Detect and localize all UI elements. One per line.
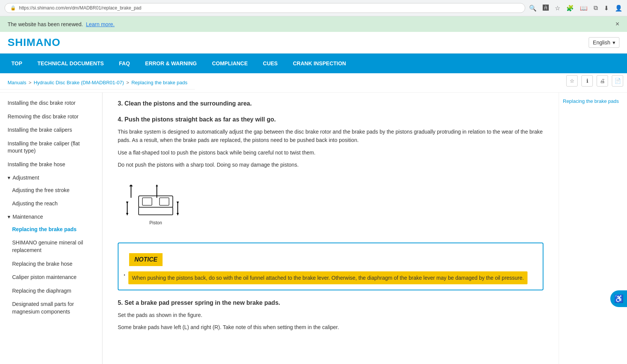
notice-content: • When pushing the pistons back, do so w… (118, 271, 543, 290)
sidebar: Installing the disc brake rotor Removing… (0, 93, 103, 364)
sidebar-item-install-rotor[interactable]: Installing the disc brake rotor (0, 96, 102, 110)
svg-rect-13 (139, 207, 173, 215)
step-5-content: Set the pads as shown in the figure. Som… (118, 311, 543, 332)
nav-item-faq[interactable]: FAQ (111, 54, 137, 73)
svg-rect-3 (142, 198, 152, 205)
step-3: 3. Clean the pistons and the surrounding… (118, 100, 543, 107)
sidebar-item-install-hose[interactable]: Installing the brake hose (0, 158, 102, 172)
step-5-header: 5. Set a brake pad presser spring in the… (118, 299, 543, 306)
breadcrumb-manuals[interactable]: Manuals (8, 80, 26, 85)
svg-marker-7 (126, 213, 128, 216)
sidebar-item-reach[interactable]: Adjusting the reach (0, 197, 102, 211)
learn-more-link[interactable]: Learn more. (86, 21, 114, 27)
accessibility-icon: ♿ (614, 294, 624, 303)
step-5: 5. Set a brake pad presser spring in the… (118, 299, 543, 332)
main-content: 3. Clean the pistons and the surrounding… (103, 93, 559, 364)
browser-chrome: 🔒 https://si.shimano.com/en/dm/MADBR01/r… (0, 0, 627, 16)
address-bar[interactable]: 🔒 https://si.shimano.com/en/dm/MADBR01/r… (5, 3, 525, 13)
chevron-down-icon: ▾ (613, 39, 615, 46)
sidebar-section-adjustment-label: Adjustment (13, 175, 39, 181)
pdf-icon[interactable]: 📄 (612, 75, 623, 87)
breadcrumb-current[interactable]: Replacing the brake pads (131, 80, 187, 85)
step-4-heading: Push the pistons straight back as far as… (125, 116, 276, 123)
right-panel-icons: ☆ ℹ 🖨 📄 (562, 73, 627, 88)
notification-close-button[interactable]: × (615, 20, 619, 28)
step-4-para-3: Do not push the pistons with a sharp too… (118, 161, 543, 169)
right-panel: Replacing the brake pads (559, 93, 627, 364)
breadcrumb-separator-2: > (126, 80, 129, 85)
lock-icon: 🔒 (10, 5, 16, 11)
step-5-number: 5. (118, 299, 123, 306)
piston-diagram: Piston (118, 177, 543, 235)
collapse-icon: ▾ (8, 175, 10, 181)
nav-item-compliance[interactable]: COMPLIANCE (204, 54, 255, 73)
nav-item-technical-documents[interactable]: TECHNICAL DOCUMENTS (30, 54, 112, 73)
svg-marker-11 (156, 184, 158, 186)
step-4-number: 4. (118, 116, 123, 123)
breadcrumb-hydraulic[interactable]: Hydraulic Disc Brake (DM-MADBR01-07) (34, 80, 124, 85)
notice-text: When pushing the pistons back, do so wit… (128, 271, 528, 284)
sidebar-section-adjustment[interactable]: ▾ Adjustment (0, 172, 102, 184)
svg-text:Piston: Piston (149, 220, 162, 225)
sidebar-item-install-calipers[interactable]: Installing the brake calipers (0, 123, 102, 137)
sidebar-section-maintenance[interactable]: ▾ Maintenance (0, 211, 102, 223)
step-3-header: 3. Clean the pistons and the surrounding… (118, 100, 543, 107)
reader-view-icon[interactable]: 📖 (580, 5, 588, 12)
step-3-text: Clean the pistons and the surrounding ar… (125, 100, 252, 107)
sidebar-item-free-stroke[interactable]: Adjusting the free stroke (0, 184, 102, 197)
collections-icon[interactable]: ⧉ (594, 5, 598, 11)
star-icon[interactable]: ☆ (555, 5, 560, 12)
sidebar-item-replace-brake-hose[interactable]: Replacing the brake hose (0, 257, 102, 271)
translate-icon[interactable]: 🅰 (543, 5, 549, 11)
profile-icon[interactable]: 👤 (615, 5, 622, 12)
url-text: https://si.shimano.com/en/dm/MADBR01/rep… (19, 5, 141, 11)
nav-item-error-warning[interactable]: ERROR & WARNING (137, 54, 204, 73)
site-header: SHIMANO English ▾ (0, 32, 627, 54)
collapse-icon-2: ▾ (8, 214, 10, 220)
svg-rect-4 (160, 198, 169, 205)
notification-text: The website has been renewed. (8, 21, 83, 27)
right-panel-link[interactable]: Replacing the brake pads (559, 96, 623, 106)
language-selector[interactable]: English ▾ (589, 37, 619, 48)
sidebar-item-install-caliper-flat[interactable]: Installing the brake caliper (flat mount… (0, 137, 102, 158)
shimano-logo: SHIMANO (8, 36, 60, 49)
sidebar-item-replace-diaphragm[interactable]: Replacing the diaphragm (0, 284, 102, 298)
step-3-number: 3. (118, 100, 123, 107)
step-5-para-1: Set the pads as shown in the figure. (118, 311, 543, 319)
step-4-header: 4. Push the pistons straight back as far… (118, 116, 543, 123)
notice-box: NOTICE • When pushing the pistons back, … (118, 243, 543, 290)
sidebar-item-mineral-oil[interactable]: SHIMANO genuine mineral oil replacement (0, 236, 102, 257)
page-layout: Installing the disc brake rotor Removing… (0, 93, 627, 364)
sidebar-item-remove-rotor[interactable]: Removing the disc brake rotor (0, 110, 102, 124)
favorite-icon[interactable]: ☆ (566, 75, 578, 87)
piston-svg: Piston (118, 184, 194, 226)
language-label: English (593, 39, 610, 46)
step-5-heading: Set a brake pad presser spring in the ne… (125, 299, 280, 306)
nav-item-cues[interactable]: CUES (255, 54, 285, 73)
notification-bar: The website has been renewed. Learn more… (0, 16, 627, 32)
breadcrumb-separator-1: > (28, 80, 32, 85)
notice-header: NOTICE (129, 253, 163, 266)
svg-marker-10 (177, 213, 179, 216)
sidebar-item-designated-parts[interactable]: Designated small parts for magnesium com… (0, 298, 102, 318)
sidebar-section-maintenance-label: Maintenance (13, 214, 43, 220)
svg-marker-0 (129, 184, 133, 186)
step-4-para-1: This brake system is designed to automat… (118, 128, 543, 145)
info-icon[interactable]: ℹ (581, 75, 593, 87)
sidebar-item-caliper-piston[interactable]: Caliper piston maintenance (0, 271, 102, 284)
nav-item-crank-inspection[interactable]: CRANK INSPECTION (285, 54, 354, 73)
step-4-content: This brake system is designed to automat… (118, 128, 543, 169)
browser-icons: 🔍 🅰 ☆ 🧩 📖 ⧉ ⬇ 👤 (529, 5, 622, 12)
sidebar-item-replace-brake-pads[interactable]: Replacing the brake pads (0, 223, 102, 236)
download-icon[interactable]: ⬇ (604, 5, 609, 12)
extensions-icon[interactable]: 🧩 (566, 5, 574, 12)
search-icon[interactable]: 🔍 (529, 5, 537, 12)
accessibility-button[interactable]: ♿ (610, 290, 627, 307)
step-4-para-2: Use a flat-shaped tool to push the pisto… (118, 148, 543, 157)
nav-item-top[interactable]: TOP (4, 54, 30, 73)
notice-bullet: • When pushing the pistons back, do so w… (124, 271, 537, 284)
step-5-para-2: Some brake pads have left (L) and right … (118, 323, 543, 331)
print-icon[interactable]: 🖨 (597, 75, 608, 87)
main-navigation: TOP TECHNICAL DOCUMENTS FAQ ERROR & WARN… (0, 54, 627, 73)
bullet-dot: • (124, 273, 125, 277)
